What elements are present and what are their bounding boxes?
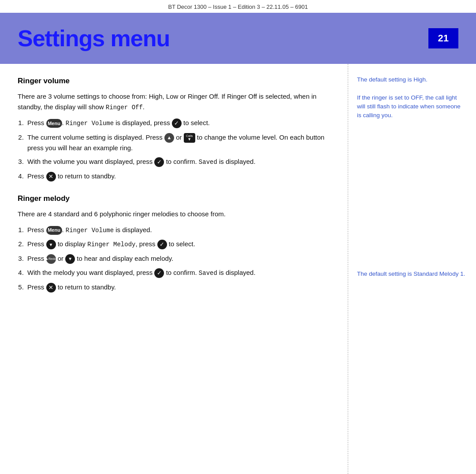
list-item: Press Menu. Ringer Volume is displayed, … [26,118,335,129]
up-button-icon: ▲Redial [46,254,56,264]
section1-steps: Press Menu. Ringer Volume is displayed, … [26,118,335,181]
menu-button-icon: Menu [46,119,62,128]
list-item: With the volume you want displayed, pres… [26,156,335,167]
check-button-icon: ✓ [154,157,164,167]
check-button-icon: ✓ [172,118,182,128]
list-item: Press ✕ to return to standby. [26,171,335,181]
sidebar: The default setting is High. If the ring… [348,64,476,474]
header: Settings menu 21 [0,13,476,64]
calls-round-button-icon: ▼ [46,240,56,249]
content-area: Ringer volume There are 3 volume setting… [0,64,476,474]
list-item: With the melody you want displayed, pres… [26,267,335,278]
top-bar: BT Decor 1300 – Issue 1 – Edition 3 – 22… [0,0,476,13]
menu-button-icon: Menu [46,226,62,235]
section1-title: Ringer volume [18,75,335,87]
calls-round-button-icon: ▼ [65,254,75,264]
sidebar-note-2: The default setting is Standard Melody 1… [357,270,465,278]
section2-intro: There are 4 standard and 6 polyphonic ri… [18,209,335,219]
x-button-icon: ✕ [46,283,56,293]
calls-button-icon: Calls▼ [184,133,195,143]
sidebar-note1-line2: If the ringer is set to OFF, the call li… [357,94,461,119]
list-item: Press Menu. Ringer Volume is displayed. [26,225,335,236]
sidebar-note-1: The default setting is High. If the ring… [357,75,465,120]
list-item: The current volume setting is displayed.… [26,132,335,153]
x-button-icon: ✕ [46,172,56,181]
check-button-icon: ✓ [154,268,164,278]
main-content: Ringer volume There are 3 volume setting… [0,64,348,474]
top-bar-text: BT Decor 1300 – Issue 1 – Edition 3 – 22… [168,4,308,10]
check-button-icon: ✓ [157,240,167,249]
sidebar-note2-line1: The default setting is Standard Melody 1… [357,270,465,277]
section1-intro: There are 3 volume settings to choose fr… [18,91,335,112]
page-number: 21 [428,28,458,48]
list-item: Press ▲Redial or ▼ to hear and display e… [26,253,335,264]
up-button-icon: ▲ [164,133,174,143]
section2-title: Ringer melody [18,193,335,204]
list-item: Press ✕ to return to standby. [26,282,335,293]
sidebar-note1-line1: The default setting is High. [357,76,428,83]
section2-steps: Press Menu. Ringer Volume is displayed. … [26,225,335,293]
list-item: Press ▼ to display Ringer Melody, press … [26,239,335,250]
page-title: Settings menu [18,25,170,52]
